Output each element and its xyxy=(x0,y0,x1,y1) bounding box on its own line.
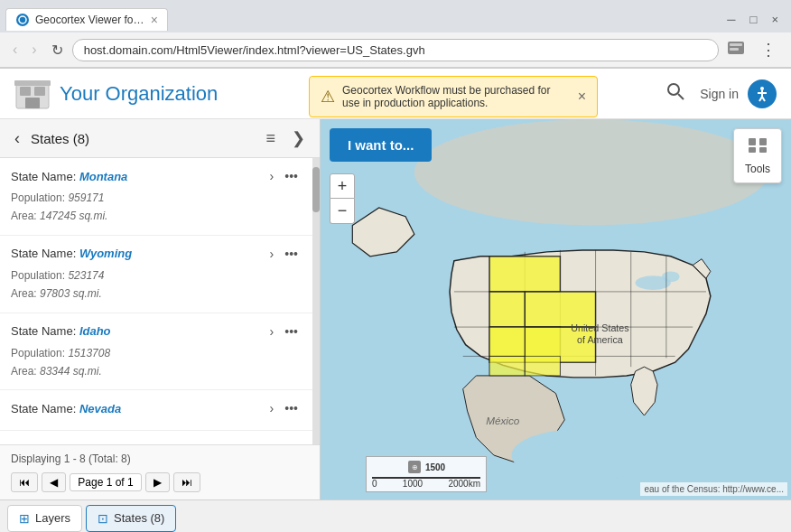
svg-rect-6 xyxy=(20,87,31,96)
list-item-expand-0[interactable]: › xyxy=(266,167,278,185)
sidebar-list: State Name: Montana › ••• Population: 95… xyxy=(0,158,312,444)
svg-rect-40 xyxy=(489,327,525,356)
tools-label: Tools xyxy=(745,163,770,175)
scale-0: 0 xyxy=(372,479,377,489)
zoom-in-button[interactable]: + xyxy=(330,173,355,199)
svg-point-25 xyxy=(662,271,680,282)
svg-text:⊕: ⊕ xyxy=(411,463,417,471)
svg-point-23 xyxy=(512,429,654,482)
scale-1000: 1000 xyxy=(403,479,423,489)
svg-rect-17 xyxy=(749,138,756,145)
sidebar-menu-button[interactable]: ≡ xyxy=(260,127,281,150)
svg-line-16 xyxy=(762,97,765,101)
list-item-title-0: State Name: Montana xyxy=(11,170,127,183)
notification-close-button[interactable]: × xyxy=(578,89,586,105)
page-last-button[interactable]: ⏭ xyxy=(173,472,200,492)
elevation-value: 1500 xyxy=(425,462,445,472)
list-item-title-2: State Name: Idaho xyxy=(11,324,111,338)
list-item-more-0[interactable]: ••• xyxy=(281,167,302,185)
map-area[interactable]: I want to... + − Tools xyxy=(321,119,791,499)
svg-rect-19 xyxy=(749,147,756,153)
bottom-tab-layers[interactable]: ⊞ Layers xyxy=(7,505,82,532)
tab-close-icon[interactable]: × xyxy=(151,13,158,27)
sidebar-header: ‹ States (8) ≡ ❯ xyxy=(0,119,320,158)
sidebar: ‹ States (8) ≡ ❯ State Name: Montana › •… xyxy=(0,119,321,499)
sidebar-footer: Displaying 1 - 8 (Total: 8) ⏮ ◀ ▶ ⏭ xyxy=(0,444,320,499)
accessibility-button[interactable] xyxy=(748,79,777,108)
refresh-button[interactable]: ↻ xyxy=(46,38,69,62)
svg-rect-9 xyxy=(14,80,51,86)
main-layout: ‹ States (8) ≡ ❯ State Name: Montana › •… xyxy=(0,119,791,499)
sidebar-back-button[interactable]: ‹ xyxy=(9,127,25,150)
svg-rect-20 xyxy=(759,147,767,153)
list-item-detail-0: Population: 959171 Area: 147245 sq.mi. xyxy=(11,189,302,226)
sidebar-collapse-button[interactable]: ❯ xyxy=(286,126,311,150)
page-input[interactable] xyxy=(70,473,142,491)
app-header: Your Organization ⚠ Geocortex Workflow m… xyxy=(0,69,791,119)
tab-favicon xyxy=(15,13,30,27)
list-item-more-2[interactable]: ••• xyxy=(281,322,302,341)
bottom-tab-icon-0: ⊞ xyxy=(19,511,30,526)
page-first-button[interactable]: ⏮ xyxy=(11,472,38,492)
zoom-out-button[interactable]: − xyxy=(330,199,355,224)
map-svg: United States of America México xyxy=(321,119,791,499)
bottom-tab-states-(8)[interactable]: ⊡ States (8) xyxy=(86,505,176,532)
list-item-detail-2: Population: 1513708 Area: 83344 sq.mi. xyxy=(11,344,302,381)
sidebar-pagination: ⏮ ◀ ▶ ⏭ xyxy=(11,472,309,492)
list-item-detail-1: Population: 523174 Area: 97803 sq.mi. xyxy=(11,266,302,303)
sidebar-title: States (8) xyxy=(31,131,255,146)
svg-rect-7 xyxy=(34,87,45,96)
signin-button[interactable]: Sign in xyxy=(691,81,748,107)
svg-text:United States: United States xyxy=(571,322,629,333)
svg-rect-8 xyxy=(25,98,40,108)
scale-bar: ⊕ 1500 0 1000 2000km xyxy=(366,456,487,492)
map-zoom-controls: + − xyxy=(330,173,355,224)
search-button[interactable] xyxy=(660,76,691,111)
svg-rect-35 xyxy=(489,257,560,292)
list-item-header-3: State Name: Nevada › ••• xyxy=(11,399,302,417)
notification-text: Geocortex Workflow must be purchased for… xyxy=(342,84,567,109)
bottom-tab-label-0: Layers xyxy=(35,511,70,525)
browser-menu-button[interactable]: ⋮ xyxy=(753,36,784,63)
bottom-tab-label-1: States (8) xyxy=(114,511,164,525)
window-minimize[interactable]: ─ xyxy=(720,13,742,26)
browser-tab[interactable]: Geocortex Viewer for HT... × xyxy=(5,8,168,31)
list-item-more-1[interactable]: ••• xyxy=(281,245,302,263)
svg-text:México: México xyxy=(486,415,520,426)
svg-point-0 xyxy=(16,14,29,26)
org-logo xyxy=(14,76,51,112)
svg-rect-3 xyxy=(730,43,742,46)
list-item-expand-3[interactable]: › xyxy=(266,399,278,417)
svg-rect-4 xyxy=(730,48,739,51)
list-item-header-1: State Name: Wyoming › ••• xyxy=(11,245,302,263)
page-next-button[interactable]: ▶ xyxy=(145,472,170,492)
list-item-more-3[interactable]: ••• xyxy=(281,399,302,417)
extensions-button[interactable] xyxy=(722,38,749,61)
list-item-header-0: State Name: Montana › ••• xyxy=(11,167,302,185)
svg-point-10 xyxy=(668,84,679,95)
list-item-header-2: State Name: Idaho › ••• xyxy=(11,322,302,341)
forward-button[interactable]: › xyxy=(26,38,42,61)
address-bar[interactable] xyxy=(72,39,719,61)
list-item-expand-2[interactable]: › xyxy=(266,322,278,341)
list-item: State Name: Idaho › ••• Population: 1513… xyxy=(0,313,312,391)
svg-rect-42 xyxy=(525,356,560,376)
notification-icon: ⚠ xyxy=(321,87,335,107)
page-prev-button[interactable]: ◀ xyxy=(42,472,66,492)
i-want-to-button[interactable]: I want to... xyxy=(330,128,432,162)
svg-point-22 xyxy=(414,119,768,225)
scale-icon: ⊕ xyxy=(407,460,422,474)
window-maximize[interactable]: □ xyxy=(743,13,765,26)
displaying-count: Displaying 1 - 8 (Total: 8) xyxy=(11,453,131,465)
list-item-title-1: State Name: Wyoming xyxy=(11,247,132,260)
list-item: State Name: Montana › ••• Population: 95… xyxy=(0,158,312,236)
svg-point-12 xyxy=(760,87,764,90)
tab-title: Geocortex Viewer for HT... xyxy=(35,14,145,26)
list-item-expand-1[interactable]: › xyxy=(266,245,278,263)
tools-button[interactable]: Tools xyxy=(733,128,782,183)
back-button[interactable]: ‹ xyxy=(7,38,23,61)
tools-icon xyxy=(747,136,768,159)
svg-rect-37 xyxy=(489,292,525,327)
window-close[interactable]: × xyxy=(764,13,786,26)
svg-rect-41 xyxy=(489,356,525,376)
